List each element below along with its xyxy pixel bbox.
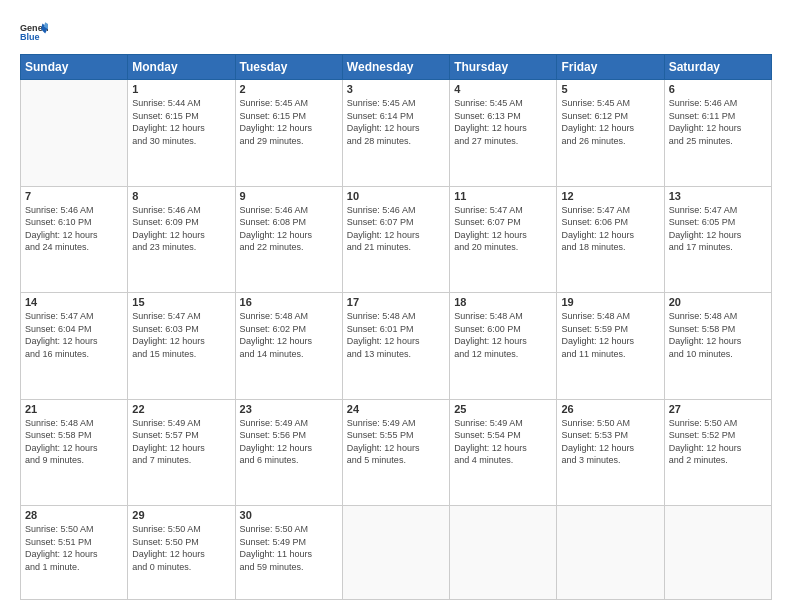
cell-info: Sunrise: 5:47 AM Sunset: 6:04 PM Dayligh… <box>25 310 123 360</box>
weekday-header-tuesday: Tuesday <box>235 55 342 80</box>
calendar-cell: 29Sunrise: 5:50 AM Sunset: 5:50 PM Dayli… <box>128 506 235 600</box>
day-number: 1 <box>132 83 230 95</box>
calendar-table: SundayMondayTuesdayWednesdayThursdayFrid… <box>20 54 772 600</box>
logo-icon: General Blue <box>20 18 48 46</box>
top-section: General Blue <box>20 18 772 46</box>
calendar-week-row: 14Sunrise: 5:47 AM Sunset: 6:04 PM Dayli… <box>21 293 772 400</box>
calendar-cell: 13Sunrise: 5:47 AM Sunset: 6:05 PM Dayli… <box>664 186 771 293</box>
day-number: 26 <box>561 403 659 415</box>
cell-info: Sunrise: 5:46 AM Sunset: 6:09 PM Dayligh… <box>132 204 230 254</box>
day-number: 10 <box>347 190 445 202</box>
calendar-cell: 18Sunrise: 5:48 AM Sunset: 6:00 PM Dayli… <box>450 293 557 400</box>
cell-info: Sunrise: 5:48 AM Sunset: 6:02 PM Dayligh… <box>240 310 338 360</box>
calendar-cell: 5Sunrise: 5:45 AM Sunset: 6:12 PM Daylig… <box>557 80 664 187</box>
calendar-cell: 25Sunrise: 5:49 AM Sunset: 5:54 PM Dayli… <box>450 399 557 506</box>
weekday-header-saturday: Saturday <box>664 55 771 80</box>
calendar-cell: 30Sunrise: 5:50 AM Sunset: 5:49 PM Dayli… <box>235 506 342 600</box>
day-number: 24 <box>347 403 445 415</box>
calendar-cell: 15Sunrise: 5:47 AM Sunset: 6:03 PM Dayli… <box>128 293 235 400</box>
cell-info: Sunrise: 5:48 AM Sunset: 6:01 PM Dayligh… <box>347 310 445 360</box>
weekday-header-thursday: Thursday <box>450 55 557 80</box>
day-number: 4 <box>454 83 552 95</box>
weekday-header-sunday: Sunday <box>21 55 128 80</box>
day-number: 23 <box>240 403 338 415</box>
day-number: 17 <box>347 296 445 308</box>
day-number: 20 <box>669 296 767 308</box>
calendar-cell: 7Sunrise: 5:46 AM Sunset: 6:10 PM Daylig… <box>21 186 128 293</box>
day-number: 19 <box>561 296 659 308</box>
calendar-cell <box>21 80 128 187</box>
calendar-week-row: 1Sunrise: 5:44 AM Sunset: 6:15 PM Daylig… <box>21 80 772 187</box>
calendar-cell: 17Sunrise: 5:48 AM Sunset: 6:01 PM Dayli… <box>342 293 449 400</box>
cell-info: Sunrise: 5:46 AM Sunset: 6:10 PM Dayligh… <box>25 204 123 254</box>
cell-info: Sunrise: 5:49 AM Sunset: 5:56 PM Dayligh… <box>240 417 338 467</box>
calendar-cell: 11Sunrise: 5:47 AM Sunset: 6:07 PM Dayli… <box>450 186 557 293</box>
day-number: 5 <box>561 83 659 95</box>
calendar-cell: 3Sunrise: 5:45 AM Sunset: 6:14 PM Daylig… <box>342 80 449 187</box>
day-number: 30 <box>240 509 338 521</box>
calendar-cell: 20Sunrise: 5:48 AM Sunset: 5:58 PM Dayli… <box>664 293 771 400</box>
cell-info: Sunrise: 5:45 AM Sunset: 6:12 PM Dayligh… <box>561 97 659 147</box>
cell-info: Sunrise: 5:47 AM Sunset: 6:03 PM Dayligh… <box>132 310 230 360</box>
calendar-week-row: 28Sunrise: 5:50 AM Sunset: 5:51 PM Dayli… <box>21 506 772 600</box>
calendar-cell <box>342 506 449 600</box>
cell-info: Sunrise: 5:50 AM Sunset: 5:53 PM Dayligh… <box>561 417 659 467</box>
calendar-cell: 9Sunrise: 5:46 AM Sunset: 6:08 PM Daylig… <box>235 186 342 293</box>
day-number: 3 <box>347 83 445 95</box>
calendar-cell: 23Sunrise: 5:49 AM Sunset: 5:56 PM Dayli… <box>235 399 342 506</box>
cell-info: Sunrise: 5:46 AM Sunset: 6:07 PM Dayligh… <box>347 204 445 254</box>
cell-info: Sunrise: 5:48 AM Sunset: 6:00 PM Dayligh… <box>454 310 552 360</box>
cell-info: Sunrise: 5:48 AM Sunset: 5:59 PM Dayligh… <box>561 310 659 360</box>
calendar-cell: 1Sunrise: 5:44 AM Sunset: 6:15 PM Daylig… <box>128 80 235 187</box>
day-number: 16 <box>240 296 338 308</box>
cell-info: Sunrise: 5:48 AM Sunset: 5:58 PM Dayligh… <box>25 417 123 467</box>
calendar-cell: 24Sunrise: 5:49 AM Sunset: 5:55 PM Dayli… <box>342 399 449 506</box>
calendar-cell: 26Sunrise: 5:50 AM Sunset: 5:53 PM Dayli… <box>557 399 664 506</box>
cell-info: Sunrise: 5:48 AM Sunset: 5:58 PM Dayligh… <box>669 310 767 360</box>
day-number: 29 <box>132 509 230 521</box>
calendar-cell: 16Sunrise: 5:48 AM Sunset: 6:02 PM Dayli… <box>235 293 342 400</box>
cell-info: Sunrise: 5:45 AM Sunset: 6:14 PM Dayligh… <box>347 97 445 147</box>
cell-info: Sunrise: 5:47 AM Sunset: 6:05 PM Dayligh… <box>669 204 767 254</box>
cell-info: Sunrise: 5:50 AM Sunset: 5:50 PM Dayligh… <box>132 523 230 573</box>
calendar-cell <box>557 506 664 600</box>
day-number: 28 <box>25 509 123 521</box>
day-number: 8 <box>132 190 230 202</box>
page: General Blue SundayMondayTuesdayWednesda… <box>0 0 792 612</box>
calendar-cell <box>450 506 557 600</box>
calendar-week-row: 7Sunrise: 5:46 AM Sunset: 6:10 PM Daylig… <box>21 186 772 293</box>
cell-info: Sunrise: 5:50 AM Sunset: 5:52 PM Dayligh… <box>669 417 767 467</box>
cell-info: Sunrise: 5:47 AM Sunset: 6:06 PM Dayligh… <box>561 204 659 254</box>
day-number: 6 <box>669 83 767 95</box>
day-number: 22 <box>132 403 230 415</box>
calendar-cell: 19Sunrise: 5:48 AM Sunset: 5:59 PM Dayli… <box>557 293 664 400</box>
day-number: 27 <box>669 403 767 415</box>
calendar-cell: 14Sunrise: 5:47 AM Sunset: 6:04 PM Dayli… <box>21 293 128 400</box>
day-number: 7 <box>25 190 123 202</box>
day-number: 2 <box>240 83 338 95</box>
logo: General Blue <box>20 18 48 46</box>
cell-info: Sunrise: 5:45 AM Sunset: 6:15 PM Dayligh… <box>240 97 338 147</box>
calendar-cell <box>664 506 771 600</box>
cell-info: Sunrise: 5:49 AM Sunset: 5:55 PM Dayligh… <box>347 417 445 467</box>
calendar-cell: 21Sunrise: 5:48 AM Sunset: 5:58 PM Dayli… <box>21 399 128 506</box>
cell-info: Sunrise: 5:45 AM Sunset: 6:13 PM Dayligh… <box>454 97 552 147</box>
calendar-cell: 22Sunrise: 5:49 AM Sunset: 5:57 PM Dayli… <box>128 399 235 506</box>
cell-info: Sunrise: 5:49 AM Sunset: 5:54 PM Dayligh… <box>454 417 552 467</box>
calendar-cell: 10Sunrise: 5:46 AM Sunset: 6:07 PM Dayli… <box>342 186 449 293</box>
weekday-header-monday: Monday <box>128 55 235 80</box>
day-number: 18 <box>454 296 552 308</box>
calendar-cell: 12Sunrise: 5:47 AM Sunset: 6:06 PM Dayli… <box>557 186 664 293</box>
calendar-cell: 6Sunrise: 5:46 AM Sunset: 6:11 PM Daylig… <box>664 80 771 187</box>
svg-text:Blue: Blue <box>20 32 40 42</box>
cell-info: Sunrise: 5:46 AM Sunset: 6:08 PM Dayligh… <box>240 204 338 254</box>
calendar-week-row: 21Sunrise: 5:48 AM Sunset: 5:58 PM Dayli… <box>21 399 772 506</box>
cell-info: Sunrise: 5:46 AM Sunset: 6:11 PM Dayligh… <box>669 97 767 147</box>
calendar-cell: 2Sunrise: 5:45 AM Sunset: 6:15 PM Daylig… <box>235 80 342 187</box>
calendar-cell: 4Sunrise: 5:45 AM Sunset: 6:13 PM Daylig… <box>450 80 557 187</box>
calendar-cell: 8Sunrise: 5:46 AM Sunset: 6:09 PM Daylig… <box>128 186 235 293</box>
day-number: 15 <box>132 296 230 308</box>
weekday-header-friday: Friday <box>557 55 664 80</box>
weekday-header-row: SundayMondayTuesdayWednesdayThursdayFrid… <box>21 55 772 80</box>
cell-info: Sunrise: 5:47 AM Sunset: 6:07 PM Dayligh… <box>454 204 552 254</box>
